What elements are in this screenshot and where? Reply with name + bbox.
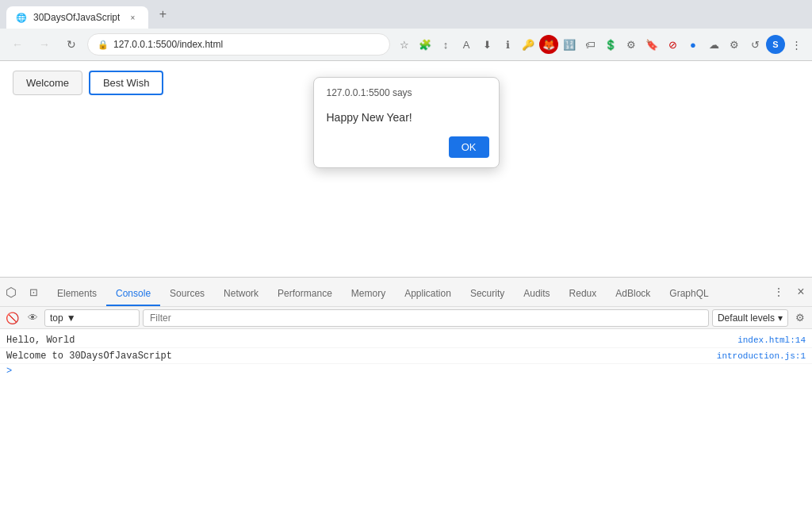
tab-application[interactable]: Application [395,282,461,306]
tab-favicon: 🌐 [16,13,27,23]
tab-audits[interactable]: Audits [514,282,559,306]
console-settings-button[interactable]: ⚙ [791,309,809,327]
welcome-button[interactable]: Welcome [13,71,82,95]
tab-bar: 🌐 30DaysOfJavaScript × + [0,0,812,29]
alert-title: 127.0.0.1:5500 says [314,78,499,105]
clear-console-button[interactable]: 🚫 [3,309,21,327]
alert-dialog: 127.0.0.1:5500 says Happy New Year! OK [313,77,500,168]
password-icon[interactable]: 🔑 [519,35,538,54]
active-tab[interactable]: 🌐 30DaysOfJavaScript × [6,6,148,29]
url-bar[interactable]: 🔒 127.0.0.1:5500/index.html [87,33,390,56]
dollar-icon[interactable]: 💲 [601,35,620,54]
lock-icon: 🔒 [98,40,109,50]
log-levels-selector[interactable]: Default levels ▾ [712,309,788,327]
cloud-icon[interactable]: ☁ [704,35,723,54]
device-emulation-icon[interactable]: ⊡ [22,281,44,303]
circle-icon[interactable]: ⊘ [663,35,682,54]
bookmark-icon[interactable]: 🔖 [642,35,661,54]
refresh-icon[interactable]: ↺ [745,35,764,54]
bookmark-star-icon[interactable]: ☆ [395,35,414,54]
tab-adblock[interactable]: AdBlock [606,282,660,306]
context-dropdown-icon: ▼ [67,312,76,324]
context-selector[interactable]: top ▼ [44,309,140,327]
tab-graphql[interactable]: GraphQL [660,282,718,306]
url-text: 127.0.0.1:5500/index.html [113,39,223,50]
alert-ok-button[interactable]: OK [449,136,489,158]
save-icon[interactable]: ↕ [436,35,455,54]
context-label: top [50,312,63,324]
cog-icon[interactable]: ⚙ [725,35,744,54]
reload-button[interactable]: ↻ [60,33,82,56]
console-output: Hello, World index.html:14 Welcome to 30… [0,329,812,506]
numbers-icon[interactable]: 🔢 [560,35,579,54]
settings-icon[interactable]: ⚙ [622,35,641,54]
tab-console[interactable]: Console [106,282,160,306]
tag-icon[interactable]: 🏷 [580,35,599,54]
info-icon[interactable]: ℹ [498,35,517,54]
alert-footer: OK [314,136,499,167]
devtools-more-button[interactable]: ⋮ [768,281,790,303]
tab-memory[interactable]: Memory [342,282,395,306]
translate-icon[interactable]: A [457,35,476,54]
devtools-panel: ⬡ ⊡ Elements Console Sources Network Per… [0,277,812,506]
devtools-close-button[interactable]: × [790,281,812,303]
browser-chrome: 🌐 30DaysOfJavaScript × + ← → ↻ 🔒 127.0.0… [0,0,812,61]
blue-circle-icon[interactable]: ● [684,35,703,54]
browser-toolbar-icons: ☆ 🧩 ↕ A ⬇ ℹ 🔑 🦊 🔢 🏷 💲 ⚙ 🔖 ⊘ ● ☁ ⚙ ↺ S ⋮ [395,35,806,54]
console-text-2: Welcome to 30DaysOfJavaScript [6,351,717,362]
new-tab-button[interactable]: + [151,3,174,25]
tab-close-button[interactable]: × [126,11,139,24]
filter-input[interactable] [143,309,709,327]
alert-message: Happy New Year! [314,105,499,136]
inspect-element-icon[interactable]: ⬡ [0,281,22,303]
extensions-icon[interactable]: 🧩 [416,35,435,54]
best-wish-button[interactable]: Best Wish [89,71,164,95]
tab-elements[interactable]: Elements [48,282,106,306]
address-bar: ← → ↻ 🔒 127.0.0.1:5500/index.html ☆ 🧩 ↕ … [0,29,812,60]
tab-performance[interactable]: Performance [268,282,342,306]
console-text-1: Hello, World [6,335,737,346]
console-source-1[interactable]: index.html:14 [737,335,806,345]
back-button[interactable]: ← [6,33,29,56]
log-levels-dropdown-icon: ▾ [778,312,783,324]
console-settings-spacer: ⚙ [791,309,809,327]
console-line-1: Hello, World index.html:14 [0,332,812,348]
page-content: Welcome Best Wish 127.0.0.1:5500 says Ha… [0,61,812,277]
console-line-2: Welcome to 30DaysOfJavaScript introducti… [0,348,812,364]
filter-toggle-button[interactable]: 👁 [24,309,41,327]
devtools-tabs: Elements Console Sources Network Perform… [44,278,768,306]
menu-icon[interactable]: ⋮ [787,35,806,54]
console-source-2[interactable]: introduction.js:1 [717,351,806,361]
log-levels-label: Default levels [718,312,775,324]
forward-button[interactable]: → [33,33,56,56]
console-toolbar: 🚫 👁 top ▼ Default levels ▾ ⚙ [0,307,812,329]
profile-icon[interactable]: S [766,35,785,54]
download-icon[interactable]: ⬇ [477,35,496,54]
tab-title: 30DaysOfJavaScript [33,12,120,23]
tab-sources[interactable]: Sources [160,282,214,306]
firefox-icon[interactable]: 🦊 [539,35,558,54]
tab-network[interactable]: Network [214,282,268,306]
tab-security[interactable]: Security [461,282,514,306]
tab-redux[interactable]: Redux [560,282,607,306]
console-caret: > [6,366,18,377]
console-input-line[interactable]: > [0,364,812,378]
